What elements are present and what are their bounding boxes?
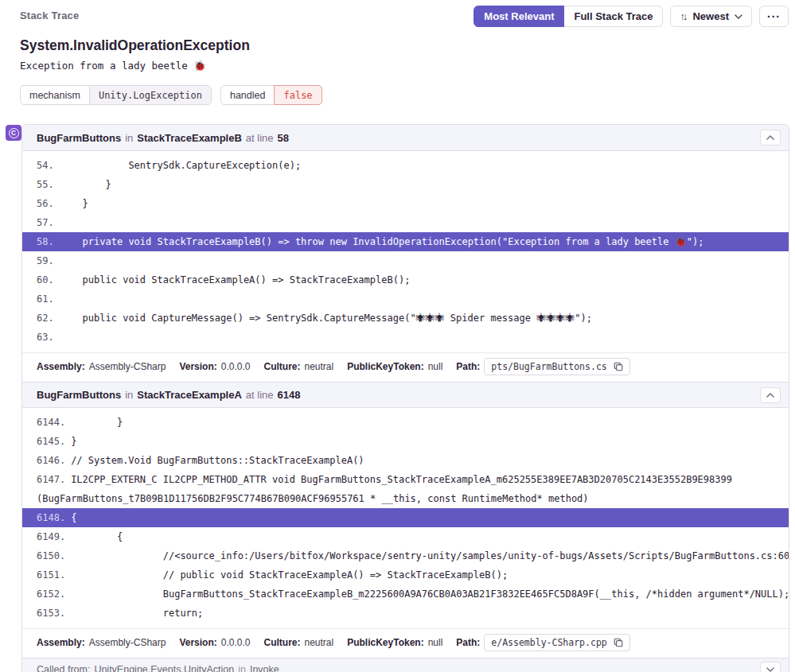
code-line: 62. public void CaptureMessage() => Sent… [22, 309, 789, 328]
view-toggle: Most Relevant Full Stack Trace [473, 6, 663, 27]
expand-frame-button[interactable] [760, 662, 781, 672]
culture-label: Culture: [263, 637, 300, 648]
line-number: 57. [37, 217, 54, 228]
culture-label: Culture: [263, 361, 300, 372]
line-number: 54. [37, 160, 54, 171]
line-number: 58. [37, 236, 54, 247]
code-line: 6150. //<source_info:/Users/bitfox/Works… [22, 546, 789, 565]
code-line: 61. [22, 289, 789, 309]
line-number: 6144. [37, 417, 65, 428]
code-line: 6144. } [22, 413, 789, 432]
line-number: 6148. [37, 512, 65, 523]
code-line: 6151. // public void StackTraceExampleA(… [22, 565, 789, 585]
code-text: SentrySdk.CaptureException(e); [60, 160, 301, 171]
assembly-value: Assembly-CSharp [89, 637, 166, 648]
code-block-1: 54. SentrySdk.CaptureException(e); 55. }… [22, 151, 789, 352]
line-number: 59. [37, 255, 54, 266]
code-text: //<source_info:/Users/bitfox/Workspace/s… [71, 550, 789, 561]
code-text: IL2CPP_EXTERN_C IL2CPP_METHOD_ATTR void … [37, 474, 738, 504]
exception-message: Exception from a lady beetle 🐞 [0, 60, 795, 72]
path-label: Path: [456, 361, 480, 372]
copy-path-button[interactable] [614, 638, 623, 647]
csharp-platform-icon: C [6, 125, 21, 141]
code-text: // System.Void BugFarmButtons::StackTrac… [71, 455, 364, 466]
line-number: 6151. [37, 569, 65, 581]
code-line: 60. public void StackTraceExampleA() => … [22, 270, 789, 289]
called-from-row[interactable]: Called from: UnityEngine.Events.UnityAct… [22, 658, 789, 672]
topbar: Stack Trace Most Relevant Full Stack Tra… [0, 0, 795, 27]
sort-arrows-icon: ↑↓ [680, 10, 685, 22]
tags-row: mechanism Unity.LogException handled fal… [0, 85, 795, 105]
collapse-frame-button[interactable] [760, 387, 781, 403]
collapse-frame-button[interactable] [760, 130, 781, 146]
code-line: 6145.} [22, 432, 789, 451]
line-number: 63. [37, 332, 54, 343]
called-from-label: Called from: [37, 664, 90, 672]
code-line: 6152. BugFarmButtons_StackTraceExampleB_… [22, 585, 789, 604]
assembly-label: Assembly: [37, 361, 85, 372]
frame-in-label: in [125, 389, 133, 401]
frame-meta-2: Assembly:Assembly-CSharp Version:0.0.0.0… [22, 628, 789, 658]
path-label: Path: [456, 637, 480, 648]
frame-function: StackTraceExampleB [137, 132, 242, 144]
publickeytoken-value: null [428, 637, 443, 648]
code-block-2: 6144. } 6145.} 6146.// System.Void BugFa… [22, 408, 789, 628]
culture-value: neutral [304, 361, 333, 372]
stack-trace-panel: C BugFarmButtons in StackTraceExampleB a… [21, 124, 789, 672]
frame-module: BugFarmButtons [37, 389, 121, 401]
path-value: e/Assembly-CSharp.cpp [491, 637, 606, 648]
version-value: 0.0.0.0 [221, 637, 251, 648]
code-text: BugFarmButtons_StackTraceExampleB_m22256… [71, 588, 789, 600]
frame-header-1[interactable]: BugFarmButtons in StackTraceExampleB at … [22, 125, 789, 151]
line-number: 6153. [37, 608, 65, 619]
frame-line-number: 58 [278, 132, 289, 144]
header-controls: Most Relevant Full Stack Trace ↑↓ Newest… [473, 6, 789, 27]
line-number: 6147. [37, 474, 65, 485]
copy-path-button[interactable] [614, 362, 623, 371]
line-number: 6146. [37, 455, 65, 466]
caller-function: Invoke [250, 664, 279, 672]
frame-at-line-label: at line [246, 389, 274, 401]
code-line: 6147.IL2CPP_EXTERN_C IL2CPP_METHOD_ATTR … [22, 470, 789, 508]
version-label: Version: [179, 637, 216, 648]
code-line: 59. [22, 251, 789, 270]
assembly-label: Assembly: [37, 637, 85, 648]
tag-handled[interactable]: handled false [220, 85, 322, 105]
copy-icon [614, 362, 623, 371]
assembly-value: Assembly-CSharp [89, 361, 166, 372]
tag-key: mechanism [21, 86, 89, 104]
path-value-box: e/Assembly-CSharp.cpp [484, 634, 629, 651]
full-stack-trace-button[interactable]: Full Stack Trace [564, 6, 663, 27]
frame-in-label: in [125, 132, 133, 144]
code-line: 56. } [22, 194, 789, 213]
frame-header-2[interactable]: BugFarmButtons in StackTraceExampleA at … [22, 382, 789, 408]
frame-meta-1: Assembly:Assembly-CSharp Version:0.0.0.0… [22, 352, 789, 382]
code-text: // public void StackTraceExampleA() => S… [71, 569, 508, 581]
chevron-down-icon [766, 667, 774, 672]
line-number: 6149. [37, 531, 65, 542]
active-code-line: 58. private void StackTraceExampleB() =>… [22, 232, 789, 251]
path-value: pts/BugFarmButtons.cs [491, 361, 606, 372]
most-relevant-button[interactable]: Most Relevant [473, 6, 564, 27]
code-line: 6149. { [22, 527, 789, 546]
code-text: } [60, 198, 88, 209]
more-options-button[interactable]: ··· [759, 6, 789, 27]
publickeytoken-label: PublicKeyToken: [347, 637, 423, 648]
active-code-line: 6148.{ [22, 508, 789, 527]
code-text: { [71, 531, 123, 542]
caller-module: UnityEngine.Events.UnityAction [94, 664, 234, 672]
line-number: 55. [37, 179, 54, 190]
chevron-up-icon [766, 393, 774, 398]
sort-dropdown[interactable]: ↑↓ Newest [670, 6, 752, 27]
line-number: 6152. [37, 588, 65, 600]
version-label: Version: [179, 361, 216, 372]
line-number: 60. [37, 274, 54, 286]
line-number: 56. [37, 198, 54, 209]
frame-at-line-label: at line [246, 132, 274, 144]
code-text: } [60, 179, 111, 190]
culture-value: neutral [304, 637, 333, 648]
tag-mechanism[interactable]: mechanism Unity.LogException [20, 85, 212, 105]
line-number: 6145. [37, 436, 65, 447]
section-title: Stack Trace [20, 6, 79, 21]
frame-function: StackTraceExampleA [137, 389, 242, 401]
